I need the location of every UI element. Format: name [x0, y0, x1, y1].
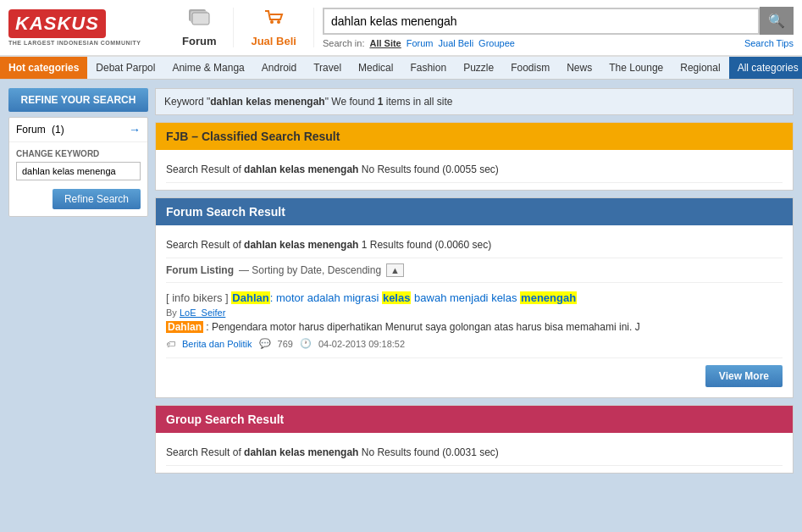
sidebar-forum-arrow-icon[interactable]: →: [129, 123, 141, 136]
search-in-row: Search in: All Site Forum Jual Beli Grou…: [323, 38, 794, 48]
svg-point-3: [270, 20, 274, 24]
change-keyword-label: CHANGE KEYWORD: [16, 149, 141, 158]
group-section: Group Search Result Search Result of dah…: [155, 405, 794, 474]
post-excerpt: Dahlan : Pengendara motor harus diperhat…: [166, 321, 783, 333]
keyword-prefix: Keyword ": [164, 96, 210, 108]
jual-beli-icon: [251, 8, 296, 33]
forum-result-text: Search Result of dahlan kelas menengah 1…: [166, 232, 783, 258]
group-result-prefix: Search Result of: [166, 446, 244, 458]
search-in-jualbeli[interactable]: Jual Beli: [439, 38, 474, 48]
forum-result-suffix: 1 Results found (0.0060 sec): [358, 239, 491, 251]
forum-icon: [182, 8, 216, 33]
clock-icon: 🕐: [300, 338, 312, 349]
refine-search-button[interactable]: Refine Search: [53, 189, 141, 209]
cat-android[interactable]: Android: [253, 57, 305, 79]
view-more-area: View More: [166, 358, 783, 391]
cat-puzzle[interactable]: Puzzle: [455, 57, 502, 79]
sidebar: REFINE YOUR SEARCH Forum (1) → CHANGE KE…: [8, 88, 148, 480]
tag-icon: 🏷: [166, 339, 175, 349]
cat-travel[interactable]: Travel: [305, 57, 350, 79]
cat-debat-parpol[interactable]: Debat Parpol: [87, 57, 163, 79]
forum-listing-bar: Forum Listing — Sorting by Date, Descend…: [166, 258, 783, 283]
keyword-result-line: Keyword "dahlan kelas menengah" We found…: [155, 88, 794, 115]
forum-post: [ info bikers ] Dahlan: motor adalah mig…: [166, 283, 783, 358]
forum-listing-sort: — Sorting by Date, Descending: [239, 264, 381, 276]
group-section-body: Search Result of dahlan kelas menengah N…: [156, 433, 793, 473]
nav-jual-beli[interactable]: Jual Beli: [234, 8, 313, 47]
svg-point-4: [277, 20, 280, 24]
sidebar-forum-label: Forum (1): [16, 124, 64, 136]
sort-icon[interactable]: ▲: [386, 263, 404, 277]
post-title-link[interactable]: Dahlan: motor adalah migrasi kelas bawah…: [231, 291, 577, 304]
main-layout: REFINE YOUR SEARCH Forum (1) → CHANGE KE…: [0, 80, 802, 489]
sidebar-forum-header: Forum (1) →: [9, 118, 147, 142]
fjb-result-suffix: No Results found (0.0055 sec): [358, 163, 498, 175]
cat-fashion[interactable]: Fashion: [401, 57, 455, 79]
fjb-result-text: Search Result of dahlan kelas menengah N…: [166, 157, 783, 183]
post-title-part2: : motor adalah migrasi: [270, 291, 382, 304]
search-input[interactable]: [323, 8, 760, 35]
search-in-label: Search in:: [323, 38, 365, 48]
cat-foodism[interactable]: Foodism: [502, 57, 558, 79]
content-area: Keyword "dahlan kelas menengah" We found…: [155, 88, 794, 480]
cat-news[interactable]: News: [558, 57, 600, 79]
group-section-header: Group Search Result: [156, 406, 793, 433]
logo-box: KASKUS: [8, 9, 106, 38]
search-button[interactable]: 🔍: [760, 7, 794, 35]
search-area: 🔍 Search in: All Site Forum Jual Beli Gr…: [323, 7, 794, 48]
search-in-allsite[interactable]: All Site: [369, 38, 401, 48]
header: KASKUS THE LARGEST INDONESIAN COMMUNITY …: [0, 0, 802, 57]
all-categories-label: All categories: [738, 62, 799, 74]
post-meta: 🏷 Berita dan Politik 💬 769 🕐 04-02-2013 …: [166, 338, 783, 349]
post-title-kelas2: kelas: [491, 291, 517, 304]
post-author-link[interactable]: LoE_Seifer: [180, 308, 225, 318]
sidebar-forum-section: Forum (1) → CHANGE KEYWORD Refine Search: [8, 117, 148, 217]
post-author: By LoE_Seifer: [166, 308, 783, 318]
keyword-suffix: items in all site: [383, 96, 452, 108]
post-title-part3: bawah menjadi: [411, 291, 491, 304]
keyword-suffix-pre: " We found: [325, 96, 378, 108]
post-title-menengah: menengah: [520, 291, 577, 304]
nav-forum[interactable]: Forum: [165, 8, 234, 47]
cat-the-lounge[interactable]: The Lounge: [600, 57, 672, 79]
forum-result-keyword: dahlan kelas menengah: [244, 239, 358, 251]
fjb-section-header: FJB – Classified Search Result: [156, 123, 793, 150]
hot-categories-label[interactable]: Hot categories: [0, 57, 87, 79]
nav-icons: Forum Jual Beli: [165, 8, 314, 47]
search-tips[interactable]: Search Tips: [744, 38, 794, 48]
search-row: 🔍: [323, 7, 794, 35]
group-result-text: Search Result of dahlan kelas menengah N…: [166, 440, 783, 466]
post-title-kelas: kelas: [382, 291, 412, 304]
forum-section: Forum Search Result Search Result of dah…: [155, 197, 794, 398]
forum-section-body: Search Result of dahlan kelas menengah 1…: [156, 225, 793, 397]
cat-medical[interactable]: Medical: [350, 57, 401, 79]
fjb-result-keyword: dahlan kelas menengah: [244, 163, 358, 175]
refine-search-header-button[interactable]: REFINE YOUR SEARCH: [8, 88, 148, 112]
forum-label: Forum: [182, 35, 216, 47]
view-more-button[interactable]: View More: [705, 365, 783, 387]
search-in-forum[interactable]: Forum: [407, 38, 434, 48]
cat-all-categories[interactable]: All categories ▼: [729, 57, 802, 79]
fjb-section-body: Search Result of dahlan kelas menengah N…: [156, 150, 793, 190]
keyword-value: dahlan kelas menengah: [210, 96, 324, 108]
cat-anime-manga[interactable]: Anime & Manga: [163, 57, 252, 79]
change-keyword-section: CHANGE KEYWORD Refine Search: [9, 142, 147, 216]
views-icon: 💬: [259, 338, 271, 349]
forum-result-prefix: Search Result of: [166, 239, 244, 251]
post-excerpt-dahlan: Dahlan: [166, 321, 203, 333]
logo-text: KASKUS: [15, 13, 99, 34]
cat-regional[interactable]: Regional: [672, 57, 728, 79]
hot-categories-bar: Hot categories Debat Parpol Anime & Mang…: [0, 57, 802, 80]
logo-sub: THE LARGEST INDONESIAN COMMUNITY: [8, 40, 157, 46]
forum-section-header: Forum Search Result: [156, 198, 793, 225]
post-title-dahlan: Dahlan: [231, 291, 269, 304]
post-date: 04-02-2013 09:18:52: [318, 339, 405, 349]
fjb-section: FJB – Classified Search Result Search Re…: [155, 122, 794, 191]
post-excerpt-rest: : Pengendara motor harus diperhatikan Me…: [203, 321, 640, 333]
post-author-prefix: By: [166, 308, 180, 318]
group-result-keyword: dahlan kelas menengah: [244, 446, 358, 458]
group-result-suffix: No Results found (0.0031 sec): [358, 446, 498, 458]
post-category-link[interactable]: Berita dan Politik: [182, 339, 252, 349]
keyword-input[interactable]: [16, 162, 141, 180]
search-in-groupee[interactable]: Groupee: [478, 38, 515, 48]
